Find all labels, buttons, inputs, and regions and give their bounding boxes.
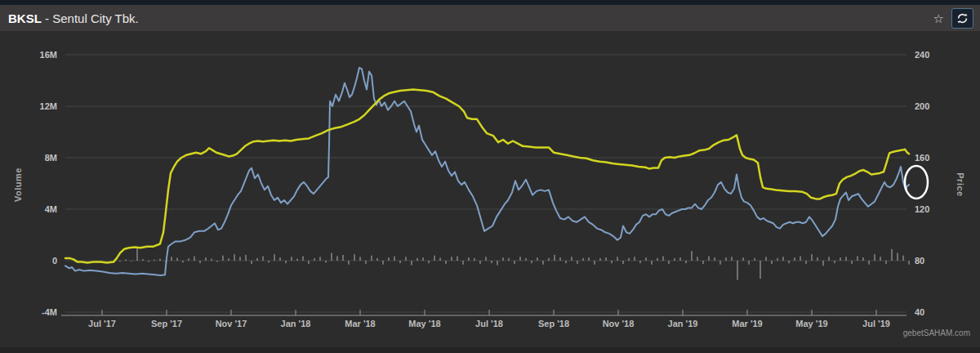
highlight-ellipse [905, 166, 928, 199]
x-axis-tick-label: May '18 [400, 319, 449, 328]
chart-svg [0, 31, 980, 353]
y-axis-right-tick-label: 80 [915, 256, 951, 266]
y-axis-right-tick-label: 40 [915, 307, 951, 317]
y-axis-right-tick-label: 200 [915, 101, 951, 111]
x-axis-tick-label: Nov '18 [594, 319, 643, 328]
header-actions: ☆ [933, 8, 973, 29]
x-axis-tick-label: Sep '18 [529, 319, 578, 328]
y-axis-right-tick-label: 160 [915, 153, 951, 163]
y-axis-right-tick-label: 120 [915, 204, 951, 214]
y-axis-right-tick-label: 240 [915, 50, 951, 60]
chart-area: Volume Price 16M12M8M4M0-4M2402001601208… [0, 31, 980, 353]
x-axis-tick-label: Jan '19 [658, 319, 707, 328]
y-axis-left-tick-label: 16M [0, 50, 57, 60]
bottom-strip [0, 347, 980, 353]
y-axis-right-title: Price [956, 152, 965, 217]
company-name: Sentul City Tbk. [52, 11, 139, 25]
y-axis-left-tick-label: 0 [0, 256, 57, 266]
title-bar: BKSL - Sentul City Tbk. ☆ [0, 5, 980, 32]
x-axis-tick-label: Nov '17 [207, 319, 256, 328]
title-separator: - [42, 11, 52, 25]
y-axis-left-tick-label: 12M [0, 101, 57, 111]
cumulative-foreign-volume-line [65, 68, 909, 275]
x-axis-tick-label: May '19 [787, 319, 836, 328]
stock-chart-widget: BKSL - Sentul City Tbk. ☆ Volume Price 1… [0, 0, 980, 353]
y-axis-left-tick-label: 8M [0, 153, 57, 163]
y-axis-left-tick-label: -4M [0, 307, 57, 317]
page-title: BKSL - Sentul City Tbk. [8, 11, 139, 25]
ticker-symbol: BKSL [8, 11, 42, 25]
x-axis-tick-label: Mar '19 [723, 319, 772, 328]
x-axis-tick-label: Jul '19 [852, 319, 901, 328]
x-axis-tick-label: Jul '17 [78, 319, 127, 328]
refresh-button[interactable] [951, 8, 973, 29]
refresh-icon [956, 12, 969, 25]
y-axis-left-tick-label: 4M [0, 204, 57, 214]
x-axis-tick-label: Jul '18 [465, 319, 514, 328]
favorite-star-icon[interactable]: ☆ [933, 12, 944, 25]
watermark: gebetSAHAM.com [903, 328, 970, 337]
x-axis-tick-label: Mar '18 [336, 319, 385, 328]
x-axis-tick-label: Sep '17 [142, 319, 191, 328]
x-axis-tick-label: Jan '18 [271, 319, 320, 328]
